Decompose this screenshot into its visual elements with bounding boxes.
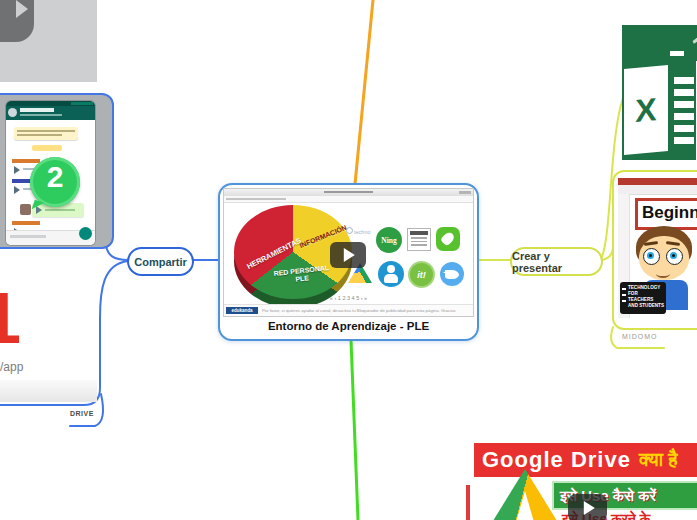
node-label-drive[interactable]: DRIVE xyxy=(70,410,94,417)
begin-slide-image: Beginn TECHNOLOGY FOR TEACHERS AND STUDE… xyxy=(618,178,697,318)
search-hint: techno xyxy=(346,227,371,235)
feedly-icon xyxy=(436,227,460,251)
play-triangle-icon xyxy=(583,501,594,515)
mic-icon xyxy=(79,227,92,240)
avatar xyxy=(8,108,17,117)
gdrive-title-white: Google Drive xyxy=(482,447,631,473)
whatsapp-input-bar xyxy=(6,230,95,245)
whatsapp-2-badge: 2 xyxy=(30,157,80,207)
minus-mark xyxy=(670,51,684,56)
video-thumbnail-gray[interactable] xyxy=(0,0,97,82)
central-node-title: Entorno de Aprendizaje - PLE xyxy=(220,320,477,332)
magnifier-icon xyxy=(346,227,353,234)
play-triangle-icon xyxy=(16,0,28,18)
chat-date-chip xyxy=(32,145,62,151)
chat-system-message xyxy=(14,127,78,140)
person-icon xyxy=(378,261,404,287)
ning-icon: Ning xyxy=(376,227,402,253)
cartoon-eye xyxy=(643,248,660,265)
connector-green-bottom xyxy=(351,340,358,520)
connector-compartir-whatsapp xyxy=(106,246,128,260)
cartoon-eye xyxy=(666,248,683,265)
connector-orange-top xyxy=(355,0,373,184)
gdrive-video-node[interactable]: Google Drive क्या है इसे Use कैसे करें इ… xyxy=(466,437,697,520)
mindmap-canvas: 2 1 /app DRIVE Compartir HERRAMIENTAS IN… xyxy=(0,0,697,520)
gdrive-title-yellow: क्या है xyxy=(639,449,678,471)
site-logo: edukanda xyxy=(226,307,258,314)
play-button-icon[interactable] xyxy=(0,0,34,42)
video-thumbnail-browser[interactable]: HERRAMIENTAS INFORMACIÓN RED PERSONALPLE… xyxy=(224,189,473,316)
technology-sign: TECHNOLOGY FOR TEACHERS AND STUDENTS xyxy=(620,282,666,314)
node-compartir[interactable]: Compartir xyxy=(127,247,194,276)
whatsapp-header xyxy=(6,106,95,120)
thumbnail-footer: edukanda Por favor, si quieres ayudar al… xyxy=(224,304,473,316)
play-button[interactable] xyxy=(330,242,366,268)
node-compartir-label: Compartir xyxy=(134,256,187,268)
image-footer-band xyxy=(0,380,97,402)
gmail-image-node[interactable]: 1 /app xyxy=(0,283,97,402)
node-crear-y-presentar[interactable]: Crear y presentar xyxy=(510,247,603,276)
whatsapp-image-node[interactable]: 2 xyxy=(0,93,114,249)
play-triangle-icon xyxy=(344,248,355,262)
browser-menubar xyxy=(224,196,473,203)
red-edge-sliver xyxy=(466,485,470,520)
node-crear-label: Crear y presentar xyxy=(512,250,601,274)
footer-text: Por favor, si quieres ayudar al canal, d… xyxy=(262,308,471,313)
decorative-arc xyxy=(670,25,697,49)
scoopit-icon: it! xyxy=(410,263,433,286)
pagination-strip: « ‹ 1 2 3 4 5 › » xyxy=(224,295,473,301)
newspaper-icon xyxy=(408,229,430,250)
excel-image-node[interactable]: X xyxy=(622,25,697,160)
big-number: 1 xyxy=(0,283,21,359)
midomo-image-node[interactable]: Beginn TECHNOLOGY FOR TEACHERS AND STUDE… xyxy=(612,170,697,330)
browser-titlebar xyxy=(224,189,473,196)
node-label-midomo[interactable]: MIDOMO xyxy=(622,333,658,340)
excel-document-shape: X xyxy=(624,65,668,155)
image-caption: /app xyxy=(0,360,23,374)
play-button[interactable] xyxy=(568,494,607,520)
twitter-icon xyxy=(440,262,464,286)
window-controls-icon xyxy=(459,191,471,194)
central-node-ple[interactable]: HERRAMIENTAS INFORMACIÓN RED PERSONALPLE… xyxy=(218,183,479,341)
gdrive-title-banner: Google Drive क्या है xyxy=(474,443,697,477)
excel-x-letter: X xyxy=(635,91,656,130)
powerpoint-titlebar xyxy=(618,178,697,185)
badge-number: 2 xyxy=(30,160,80,194)
